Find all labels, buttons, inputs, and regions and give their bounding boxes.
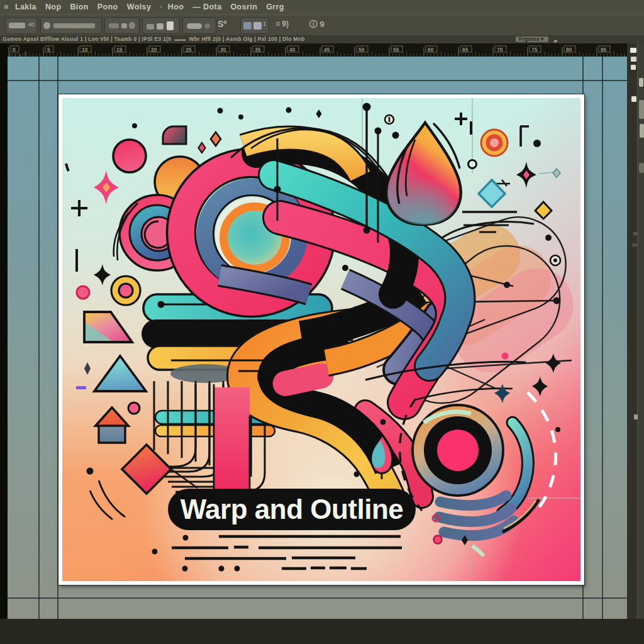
- svg-text:40: 40: [289, 47, 296, 53]
- svg-text:75: 75: [531, 47, 538, 53]
- svg-text:65: 65: [462, 47, 469, 53]
- svg-text:55: 55: [393, 47, 399, 53]
- svg-text:35: 35: [255, 47, 261, 53]
- svg-text:70: 70: [497, 47, 503, 53]
- svg-text:60: 60: [428, 47, 434, 53]
- svg-text:30: 30: [220, 47, 226, 53]
- svg-text:0: 0: [13, 47, 16, 53]
- svg-text:Warp and Outline: Warp and Outline: [180, 494, 404, 525]
- svg-text:10: 10: [82, 47, 88, 53]
- svg-text:45: 45: [324, 47, 330, 53]
- svg-text:50: 50: [358, 47, 365, 53]
- svg-text:25: 25: [186, 47, 192, 53]
- svg-text:80: 80: [566, 47, 572, 53]
- svg-text:15: 15: [116, 47, 123, 53]
- svg-text:20: 20: [151, 47, 157, 53]
- svg-text:5: 5: [47, 47, 50, 53]
- svg-text:85: 85: [601, 47, 607, 53]
